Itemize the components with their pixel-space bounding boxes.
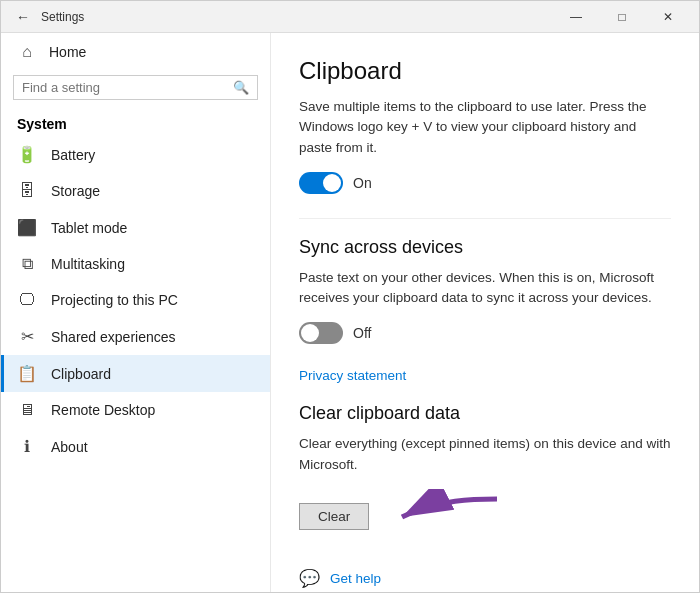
- search-input[interactable]: [22, 80, 233, 95]
- sidebar-item-remote-desktop[interactable]: 🖥 Remote Desktop: [1, 392, 270, 428]
- minimize-button[interactable]: —: [553, 1, 599, 33]
- close-button[interactable]: ✕: [645, 1, 691, 33]
- restore-button[interactable]: □: [599, 1, 645, 33]
- sync-toggle-row: Off: [299, 322, 671, 344]
- sidebar: ⌂ Home 🔍 System 🔋 Battery 🗄 Storage ⬛: [1, 33, 271, 592]
- clear-description: Clear everything (except pinned items) o…: [299, 434, 671, 475]
- clipboard-icon: 📋: [17, 364, 37, 383]
- sidebar-item-home-label: Home: [49, 44, 86, 60]
- sidebar-label-projecting: Projecting to this PC: [51, 292, 178, 308]
- settings-window: ← Settings — □ ✕ ⌂ Home 🔍 System: [0, 0, 700, 593]
- sidebar-section-system: System: [1, 108, 270, 136]
- clear-section-title: Clear clipboard data: [299, 403, 671, 424]
- sidebar-item-clipboard[interactable]: 📋 Clipboard: [1, 355, 270, 392]
- titlebar: ← Settings — □ ✕: [1, 1, 699, 33]
- sidebar-item-about[interactable]: ℹ About: [1, 428, 270, 465]
- remote-desktop-icon: 🖥: [17, 401, 37, 419]
- privacy-link[interactable]: Privacy statement: [299, 368, 671, 383]
- get-help-icon: 💬: [299, 568, 320, 589]
- toggle-on-label: On: [353, 175, 372, 191]
- search-icon: 🔍: [233, 80, 249, 95]
- search-box[interactable]: 🔍: [13, 75, 258, 100]
- get-help-link[interactable]: Get help: [330, 571, 381, 586]
- battery-icon: 🔋: [17, 145, 37, 164]
- sidebar-item-battery[interactable]: 🔋 Battery: [1, 136, 270, 173]
- footer-links: 💬 Get help 👤 Give feedback: [299, 568, 671, 592]
- storage-icon: 🗄: [17, 182, 37, 200]
- sidebar-item-home[interactable]: ⌂ Home: [1, 33, 270, 67]
- page-title: Clipboard: [299, 57, 671, 85]
- sidebar-label-battery: Battery: [51, 147, 95, 163]
- sidebar-label-about: About: [51, 439, 88, 455]
- sync-toggle[interactable]: [299, 322, 343, 344]
- home-icon: ⌂: [17, 43, 37, 61]
- main-content: Clipboard Save multiple items to the cli…: [271, 33, 699, 592]
- arrow-indicator: [387, 489, 507, 544]
- clipboard-toggle[interactable]: [299, 172, 343, 194]
- sidebar-item-storage[interactable]: 🗄 Storage: [1, 173, 270, 209]
- get-help-row[interactable]: 💬 Get help: [299, 568, 671, 589]
- window-controls: — □ ✕: [553, 1, 691, 33]
- sync-toggle-knob: [301, 324, 319, 342]
- divider-1: [299, 218, 671, 219]
- clipboard-description: Save multiple items to the clipboard to …: [299, 97, 671, 158]
- sidebar-label-shared-experiences: Shared experiences: [51, 329, 176, 345]
- back-button[interactable]: ←: [9, 3, 37, 31]
- sidebar-item-projecting[interactable]: 🖵 Projecting to this PC: [1, 282, 270, 318]
- window-title: Settings: [41, 10, 553, 24]
- toggle-knob: [323, 174, 341, 192]
- content-area: ⌂ Home 🔍 System 🔋 Battery 🗄 Storage ⬛: [1, 33, 699, 592]
- sidebar-item-tablet-mode[interactable]: ⬛ Tablet mode: [1, 209, 270, 246]
- purple-arrow-svg: [387, 489, 507, 544]
- sidebar-label-remote-desktop: Remote Desktop: [51, 402, 155, 418]
- clear-row: Clear: [299, 489, 671, 544]
- shared-experiences-icon: ✂: [17, 327, 37, 346]
- sidebar-label-clipboard: Clipboard: [51, 366, 111, 382]
- sync-description: Paste text on your other devices. When t…: [299, 268, 671, 309]
- multitasking-icon: ⧉: [17, 255, 37, 273]
- sidebar-label-storage: Storage: [51, 183, 100, 199]
- projecting-icon: 🖵: [17, 291, 37, 309]
- clear-button[interactable]: Clear: [299, 503, 369, 530]
- sync-section-title: Sync across devices: [299, 237, 671, 258]
- sidebar-label-multitasking: Multitasking: [51, 256, 125, 272]
- clipboard-toggle-row: On: [299, 172, 671, 194]
- sidebar-item-shared-experiences[interactable]: ✂ Shared experiences: [1, 318, 270, 355]
- about-icon: ℹ: [17, 437, 37, 456]
- toggle-off-label: Off: [353, 325, 371, 341]
- tablet-mode-icon: ⬛: [17, 218, 37, 237]
- sidebar-item-multitasking[interactable]: ⧉ Multitasking: [1, 246, 270, 282]
- sidebar-label-tablet-mode: Tablet mode: [51, 220, 127, 236]
